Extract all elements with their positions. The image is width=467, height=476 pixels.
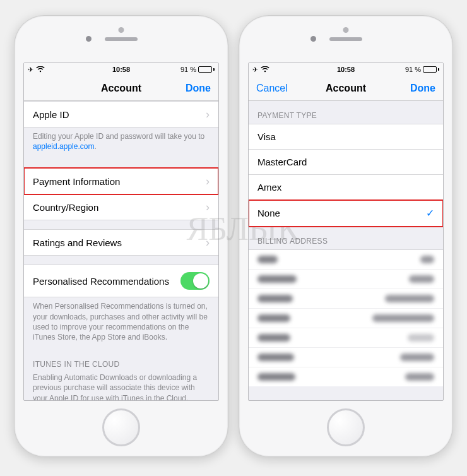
status-time: 10:58 xyxy=(337,66,355,73)
payment-option-amex[interactable]: Amex xyxy=(249,175,443,200)
billing-address-form xyxy=(249,249,443,386)
sensor-dot xyxy=(119,27,124,33)
cancel-button[interactable]: Cancel xyxy=(256,83,288,94)
home-button[interactable] xyxy=(327,408,365,446)
payment-option-visa[interactable]: Visa xyxy=(249,124,443,150)
billing-field[interactable] xyxy=(249,289,443,308)
home-button[interactable] xyxy=(102,408,140,446)
payment-option-none[interactable]: None ✓ xyxy=(249,200,443,227)
ratings-reviews-label: Ratings and Reviews xyxy=(33,237,122,248)
battery-percent: 91 % xyxy=(180,66,196,73)
nav-bar: Cancel Account Done xyxy=(249,76,443,101)
apple-id-row[interactable]: Apple ID › xyxy=(24,101,218,128)
screen-account: ✈︎ 10:58 91 % Account Done xyxy=(23,62,219,401)
speaker-grille xyxy=(329,37,362,41)
chevron-right-icon: › xyxy=(206,201,210,213)
account-settings-list: Apple ID › Editing your Apple ID and pas… xyxy=(24,101,218,400)
apple-id-footer: Editing your Apple ID and password will … xyxy=(24,128,218,159)
done-button[interactable]: Done xyxy=(186,83,211,94)
payment-option-mastercard[interactable]: MasterCard xyxy=(249,150,443,175)
billing-address-header: BILLING ADDRESS xyxy=(249,227,443,249)
billing-field[interactable] xyxy=(249,269,443,289)
payment-information-row[interactable]: Payment Information › xyxy=(24,168,218,194)
apple-id-link[interactable]: appleid.apple.com xyxy=(33,142,94,151)
checkmark-icon: ✓ xyxy=(426,207,434,219)
front-camera xyxy=(86,36,92,42)
status-bar: ✈︎ 10:58 91 % xyxy=(249,63,443,76)
speaker-grille xyxy=(105,37,138,41)
payment-option-label: Amex xyxy=(257,182,281,193)
billing-field[interactable] xyxy=(249,367,443,386)
done-button[interactable]: Done xyxy=(410,83,435,94)
nav-title: Account xyxy=(326,83,366,94)
payment-type-header: PAYMENT TYPE xyxy=(249,101,443,124)
personalised-recommendations-row[interactable]: Personalised Recommendations xyxy=(24,265,218,297)
itunes-cloud-header: iTUNES IN THE CLOUD xyxy=(24,350,218,372)
billing-field[interactable] xyxy=(249,347,443,367)
battery-percent: 91 % xyxy=(405,66,421,73)
ratings-reviews-row[interactable]: Ratings and Reviews › xyxy=(24,229,218,256)
battery-icon xyxy=(423,66,439,73)
recommendations-footer: When Personalised Recommendations is tur… xyxy=(24,297,218,350)
airplane-mode-icon: ✈︎ xyxy=(28,66,33,74)
personalised-recommendations-label: Personalised Recommendations xyxy=(33,276,169,287)
status-bar: ✈︎ 10:58 91 % xyxy=(24,63,218,76)
payment-settings-list: PAYMENT TYPE Visa MasterCard Amex None ✓… xyxy=(249,101,443,400)
billing-field[interactable] xyxy=(249,249,443,269)
payment-information-label: Payment Information xyxy=(33,176,120,187)
chevron-right-icon: › xyxy=(206,176,210,187)
country-region-label: Country/Region xyxy=(33,202,98,213)
apple-id-label: Apple ID xyxy=(33,109,69,120)
billing-field[interactable] xyxy=(249,328,443,347)
billing-field[interactable] xyxy=(249,308,443,328)
airplane-mode-icon: ✈︎ xyxy=(252,66,258,74)
chevron-right-icon: › xyxy=(206,237,210,248)
screen-payment: ✈︎ 10:58 91 % Cancel Account Done xyxy=(248,62,444,401)
payment-option-label: MasterCard xyxy=(257,157,307,167)
sensor-dot xyxy=(343,27,349,33)
recommendations-toggle[interactable] xyxy=(180,272,210,290)
payment-option-label: None xyxy=(257,208,280,218)
wifi-icon xyxy=(261,66,269,73)
nav-bar: Account Done xyxy=(24,76,218,101)
itunes-cloud-footer: Enabling Automatic Downloads or download… xyxy=(24,372,218,400)
chevron-right-icon: › xyxy=(206,109,210,120)
battery-icon xyxy=(198,66,215,73)
country-region-row[interactable]: Country/Region › xyxy=(24,194,218,220)
phone-left: ✈︎ 10:58 91 % Account Done xyxy=(14,15,228,457)
wifi-icon xyxy=(36,66,45,73)
payment-option-label: Visa xyxy=(257,131,276,142)
status-time: 10:58 xyxy=(112,66,130,73)
phone-right: ✈︎ 10:58 91 % Cancel Account Done xyxy=(239,15,453,457)
front-camera xyxy=(310,36,316,42)
nav-title: Account xyxy=(101,83,141,94)
